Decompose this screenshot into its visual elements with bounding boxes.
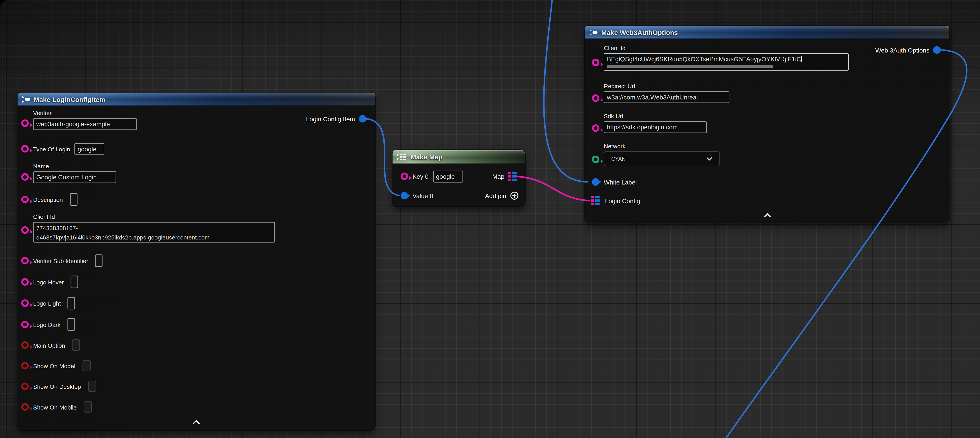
pin-row-logo-light: Logo Light (21, 297, 75, 309)
pin-row-key0: Key 0 google (401, 170, 463, 183)
verifier-pin[interactable] (21, 119, 29, 127)
chevron-up-icon (192, 420, 200, 424)
collapse-node-button[interactable] (190, 418, 202, 426)
web3auth-options-output-pin[interactable] (933, 46, 940, 54)
network-pin[interactable] (592, 156, 600, 163)
client-id-label: Client Id (604, 44, 849, 51)
name-input[interactable]: Google Custom Login (33, 171, 116, 183)
key0-input[interactable]: google (433, 170, 463, 182)
show-on-modal-label: Show On Modal (33, 362, 75, 369)
sdk-url-pin[interactable] (592, 124, 600, 132)
show-on-mobile-checkbox[interactable] (84, 401, 92, 413)
pin-row-login-config-item-output: Login Config Item (306, 113, 366, 125)
field-horizontal-scrollbar[interactable] (607, 65, 773, 68)
pin-row-main-option: Main Option (21, 339, 80, 351)
add-pin-button[interactable]: Add pin (485, 190, 519, 202)
redirect-url-input[interactable]: w3a://com.w3a.Web3AuthUnreal (604, 91, 729, 103)
type-of-login-input[interactable]: google (75, 143, 105, 154)
value0-pin[interactable] (401, 192, 408, 199)
pin-row-description: Description (21, 193, 77, 205)
logo-dark-pin[interactable] (21, 321, 29, 328)
verifier-sub-identifier-input[interactable] (95, 254, 103, 267)
pin-row-login-config: Login Config (591, 194, 640, 207)
show-on-desktop-checkbox[interactable] (88, 381, 96, 392)
show-on-modal-checkbox[interactable] (82, 360, 91, 371)
main-option-label: Main Option (33, 342, 65, 349)
client-id-pin[interactable] (592, 59, 600, 66)
redirect-url-label: Redirect Url (604, 83, 729, 89)
node-make-web3authoptions[interactable]: Make Web3AuthOptions Web 3Auth Options C… (585, 25, 949, 223)
sdk-url-label: Sdk Url (604, 113, 707, 119)
show-on-mobile-pin[interactable] (21, 403, 29, 411)
description-label: Description (33, 196, 63, 203)
pin-row-web3auth-options-output: Web 3Auth Options (875, 44, 940, 56)
pin-row-map-output: Map (492, 170, 518, 183)
make-struct-icon (589, 29, 598, 36)
pin-row-verifier-sub-identifier: Verifier Sub Identifier (21, 254, 103, 267)
collapse-node-button[interactable] (761, 211, 774, 219)
logo-light-input[interactable] (68, 297, 75, 309)
client-id-input[interactable]: 774338308167-q463s7kpvja16l4l0kko3nb925i… (33, 222, 275, 242)
name-label: Name (33, 162, 116, 169)
client-id-line1: 774338308167- (36, 225, 78, 231)
blueprint-editor: Make LoginConfigItem Login Config Item V… (0, 0, 980, 438)
node-title: Make Web3AuthOptions (601, 29, 678, 36)
node-header-make-map[interactable]: Make Map (393, 150, 525, 164)
network-dropdown[interactable]: CYAN (604, 151, 720, 166)
add-pin-plus-icon (510, 191, 519, 200)
show-on-mobile-label: Show On Mobile (33, 403, 77, 410)
node-make-map[interactable]: Make Map Key 0 google Map Value 0 Add pi… (393, 150, 525, 206)
type-of-login-pin[interactable] (21, 145, 29, 153)
pin-row-type-of-login: Type Of Login google (21, 142, 104, 155)
name-pin[interactable] (21, 173, 29, 181)
logo-dark-label: Logo Dark (33, 321, 60, 328)
logo-hover-input[interactable] (71, 276, 78, 288)
pin-row-sdk-url: Sdk Url https://sdk.openlogin.com (592, 113, 707, 133)
login-config-item-output-pin[interactable] (359, 115, 366, 123)
make-struct-icon (22, 95, 30, 103)
output-pin-label: Web 3Auth Options (875, 46, 929, 53)
main-option-pin[interactable] (21, 341, 29, 349)
verifier-input[interactable]: web3auth-google-example (33, 118, 137, 130)
client-id-input[interactable]: BEglQSgt4cUWcj6SKRdu5QkOXTsePmMcusG5EAoy… (604, 53, 849, 71)
logo-light-label: Logo Light (33, 300, 61, 307)
show-on-desktop-pin[interactable] (21, 382, 29, 390)
pin-row-client-id: Client Id BEglQSgt4cUWcj6SKRdu5QkOXTsePm… (592, 44, 849, 70)
blueprint-canvas[interactable]: Make LoginConfigItem Login Config Item V… (0, 0, 980, 438)
node-title: Make Map (410, 153, 442, 161)
type-of-login-label: Type Of Login (33, 145, 70, 152)
description-pin[interactable] (21, 196, 29, 203)
key0-pin[interactable] (401, 172, 408, 180)
node-header-make-web3authoptions[interactable]: Make Web3AuthOptions (585, 25, 949, 39)
node-header-make-loginconfigitem[interactable]: Make LoginConfigItem (18, 92, 375, 106)
logo-hover-pin[interactable] (21, 278, 29, 286)
pin-row-redirect-url: Redirect Url w3a://com.w3a.Web3AuthUnrea… (592, 83, 729, 103)
pin-row-name: Name Google Custom Login (21, 162, 116, 183)
map-output-pin[interactable] (508, 172, 517, 181)
key0-label: Key 0 (412, 173, 429, 180)
client-id-pin[interactable] (21, 226, 29, 234)
login-config-pin[interactable] (591, 196, 601, 205)
show-on-modal-pin[interactable] (21, 362, 29, 370)
client-id-line2: q463s7kpvja16l4l0kko3nb925ikds2p.apps.go… (36, 234, 210, 241)
description-input[interactable] (70, 193, 77, 205)
login-config-label: Login Config (605, 197, 640, 204)
client-id-label: Client Id (33, 213, 275, 220)
verifier-sub-identifier-pin[interactable] (21, 257, 29, 264)
pin-row-logo-hover: Logo Hover (21, 276, 78, 288)
pin-row-logo-dark: Logo Dark (21, 318, 75, 331)
wire-map-to-loginconfig[interactable] (515, 176, 590, 201)
network-selected-value: CYAN (611, 156, 626, 162)
logo-light-pin[interactable] (21, 299, 29, 307)
logo-hover-label: Logo Hover (33, 279, 64, 285)
node-make-loginconfigitem[interactable]: Make LoginConfigItem Login Config Item V… (18, 92, 375, 430)
logo-dark-input[interactable] (67, 318, 75, 331)
main-option-checkbox[interactable] (72, 339, 80, 351)
white-label-pin[interactable] (592, 178, 600, 186)
node-title: Make LoginConfigItem (34, 95, 105, 103)
sdk-url-input[interactable]: https://sdk.openlogin.com (604, 121, 707, 133)
add-pin-label: Add pin (485, 192, 506, 199)
client-id-text: BEglQSgt4cUWcj6SKRdu5QkOXTsePmMcusG5EAoy… (607, 56, 801, 62)
wire-top-to-whitelabel[interactable] (544, 0, 588, 182)
redirect-url-pin[interactable] (592, 94, 600, 102)
